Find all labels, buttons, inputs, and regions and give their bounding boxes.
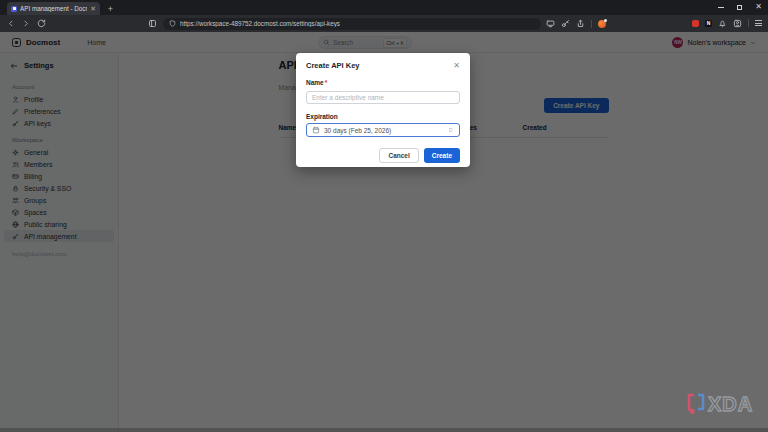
- docmost-favicon-icon: [11, 6, 17, 12]
- xda-bracket-right-icon: [698, 395, 703, 409]
- tracking-shield-icon[interactable]: [169, 20, 176, 27]
- browser-tab-bar: API management - Docmost ✕ + ✕: [0, 0, 768, 15]
- xda-bracket-left-icon: [689, 395, 694, 413]
- share-icon[interactable]: [576, 19, 585, 28]
- xda-watermark: XDA: [684, 390, 760, 422]
- calendar-icon: [312, 126, 320, 134]
- address-bar[interactable]: https://workspace-489752.docmost.com/set…: [163, 18, 541, 30]
- name-label: Name*: [306, 79, 460, 86]
- toolbar-divider: [591, 20, 592, 28]
- extension-n-icon[interactable]: N: [705, 20, 712, 27]
- required-asterisk: *: [325, 79, 328, 86]
- expiration-label: Expiration: [306, 113, 460, 120]
- window-close-button[interactable]: ✕: [755, 3, 762, 11]
- close-icon[interactable]: ✕: [453, 62, 460, 70]
- forward-button[interactable]: [22, 19, 30, 28]
- toolbar-divider: [748, 19, 749, 27]
- xda-letters: XDA: [708, 393, 753, 415]
- create-api-key-modal: Create API Key ✕ Name* Expiration 30 day…: [296, 53, 470, 167]
- chevron-updown-icon: [447, 126, 454, 134]
- url-text: https://workspace-489752.docmost.com/set…: [180, 20, 340, 27]
- expiration-select[interactable]: 30 days (Feb 25, 2026): [306, 123, 460, 137]
- browser-nav-bar: https://workspace-489752.docmost.com/set…: [0, 15, 768, 32]
- modal-title: Create API Key: [306, 61, 360, 70]
- expiration-value: 30 days (Feb 25, 2026): [324, 127, 443, 134]
- bottom-edge: [0, 428, 768, 432]
- name-field[interactable]: [306, 91, 460, 104]
- reload-button[interactable]: [37, 19, 46, 28]
- tab-close-icon[interactable]: ✕: [90, 5, 96, 12]
- cancel-button[interactable]: Cancel: [379, 148, 418, 163]
- notifications-bell-icon[interactable]: [718, 19, 727, 28]
- create-button[interactable]: Create: [424, 148, 460, 163]
- window-maximize-button[interactable]: [737, 5, 742, 10]
- menu-icon[interactable]: [755, 20, 762, 26]
- screen-share-icon[interactable]: [546, 19, 555, 28]
- browser-profile-icon[interactable]: [733, 19, 742, 28]
- extension-red-icon[interactable]: [692, 20, 699, 27]
- password-key-icon[interactable]: [561, 19, 570, 28]
- browser-tab[interactable]: API management - Docmost ✕: [7, 2, 100, 15]
- new-tab-button[interactable]: +: [104, 2, 117, 15]
- sidebar-toggle-icon[interactable]: [148, 19, 157, 28]
- back-button[interactable]: [7, 19, 15, 28]
- extension-icon[interactable]: [598, 20, 606, 28]
- window-minimize-button[interactable]: [718, 7, 724, 8]
- tab-title: API management - Docmost: [20, 5, 87, 12]
